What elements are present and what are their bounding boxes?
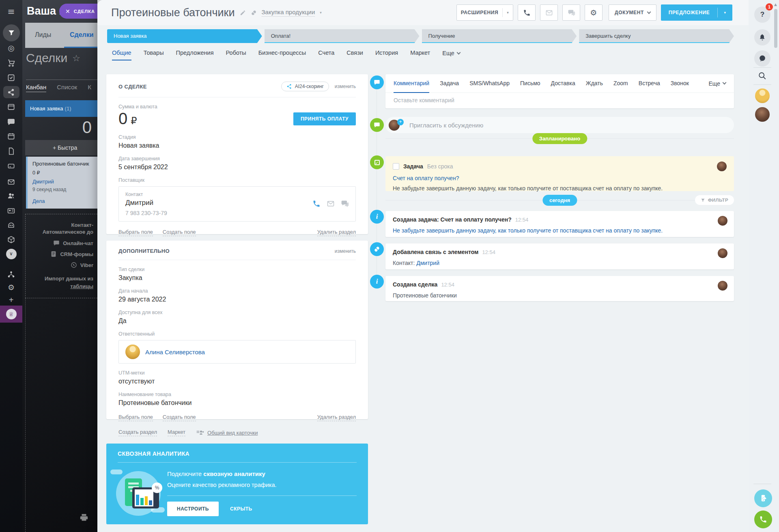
start-date-value[interactable]: 29 августа 2022: [118, 296, 356, 303]
market-cube-icon[interactable]: [0, 234, 22, 245]
task-checkbox[interactable]: [393, 163, 399, 170]
dropdown-triangle-icon[interactable]: ▾: [718, 11, 732, 15]
deal-type-value[interactable]: Закупка: [118, 274, 356, 282]
tab-products[interactable]: Товары: [144, 50, 164, 60]
create-section-link[interactable]: Создать раздел: [118, 429, 157, 436]
tab-business-processes[interactable]: Бизнес-процессы: [258, 50, 306, 60]
task-title-link[interactable]: Счет на оплату получен?: [393, 175, 727, 181]
people-icon[interactable]: [0, 190, 22, 201]
import-from-spreadsheet-link[interactable]: Импорт данных из таблицы: [30, 275, 93, 290]
edit-pencil-icon[interactable]: [240, 10, 246, 16]
stage-value[interactable]: Новая заявка: [118, 142, 356, 149]
select-field-link[interactable]: Выбрать поле: [118, 414, 153, 421]
view-other[interactable]: К: [88, 84, 91, 92]
tab-general[interactable]: Общие: [112, 50, 131, 60]
tl-tab-email[interactable]: Письмо: [520, 74, 540, 93]
extensions-button[interactable]: РАСШИРЕНИЯ ▾: [456, 4, 513, 21]
quick-add-deal-button[interactable]: + Быстра: [25, 140, 97, 155]
robot-crm-forms[interactable]: CRM-формы: [30, 251, 93, 257]
messenger-button[interactable]: [754, 50, 770, 67]
printer-icon[interactable]: [80, 513, 88, 522]
stage-payment[interactable]: Оплата!: [265, 29, 420, 43]
timeline-event-link-added[interactable]: Добавлена связь с элементом 12:54 Контак…: [385, 243, 734, 269]
stage-close-deal[interactable]: Завершить сделку: [579, 29, 734, 43]
delete-section-link[interactable]: Удалить раздел: [317, 414, 356, 421]
tl-tab-task[interactable]: Задача: [440, 74, 459, 93]
tl-tab-wait[interactable]: Ждать: [586, 74, 603, 93]
scrollbar[interactable]: ▲: [773, 0, 779, 532]
card-activities-link[interactable]: Дела: [32, 198, 93, 204]
tl-tab-sms[interactable]: SMS/WhatsApp: [469, 74, 510, 93]
add-plus-icon[interactable]: +: [0, 295, 22, 305]
tab-invoices[interactable]: Счета: [318, 50, 334, 60]
deal-amount[interactable]: 0₽: [118, 110, 137, 128]
select-field-link[interactable]: Выбрать поле: [118, 229, 153, 236]
tab-quotes[interactable]: Предложения: [176, 50, 214, 60]
call-button[interactable]: [754, 510, 772, 528]
edit-section-link[interactable]: изменить: [335, 248, 356, 254]
tasks-icon[interactable]: [0, 72, 22, 83]
kanban-column-header[interactable]: Новая заявка(1): [25, 100, 97, 117]
timeline-event-task-created[interactable]: Создана задача: Счет на оплату получен? …: [385, 211, 734, 237]
crm-crown-icon[interactable]: ♕: [0, 306, 22, 323]
tl-tab-comment[interactable]: Комментарий: [394, 74, 429, 93]
telephony-button[interactable]: [754, 489, 772, 507]
invite-to-discussion[interactable]: + Пригласить к обсуждению: [385, 117, 734, 133]
tab-robots[interactable]: Роботы: [226, 50, 246, 60]
funnel-icon[interactable]: [3, 24, 20, 41]
tab-links[interactable]: Связи: [346, 50, 363, 60]
event-body-link[interactable]: Не забудьте завершить данную задачу, как…: [393, 227, 727, 234]
scrollbar-thumb[interactable]: [774, 9, 777, 48]
chat-icon[interactable]: [341, 200, 349, 208]
kanban-deal-card[interactable]: Протеиновые батончик 0 ₽ Дмитрий 9 секун…: [26, 157, 97, 209]
drive-icon[interactable]: [0, 160, 22, 171]
documents-icon[interactable]: [0, 146, 22, 156]
market-link[interactable]: Маркет: [168, 429, 185, 436]
call-button[interactable]: [518, 4, 536, 21]
phone-icon[interactable]: [312, 200, 321, 208]
comment-input[interactable]: [385, 93, 734, 108]
chevron-down-icon[interactable]: ▾: [320, 11, 322, 15]
create-field-link[interactable]: Создать поле: [163, 229, 196, 236]
sites-icon[interactable]: [0, 101, 22, 112]
delete-section-link[interactable]: Удалить раздел: [317, 229, 356, 236]
messenger-button[interactable]: [562, 4, 580, 21]
tl-tab-meeting[interactable]: Встреча: [639, 74, 660, 93]
copy-link-icon[interactable]: [251, 10, 257, 16]
create-field-link[interactable]: Создать поле: [163, 414, 196, 421]
event-contact-link[interactable]: Дмитрий: [416, 260, 439, 266]
notifications-button[interactable]: [754, 29, 770, 45]
avatar[interactable]: [755, 88, 770, 103]
responsible-name-link[interactable]: Алина Селиверстова: [145, 349, 205, 355]
product-name-value[interactable]: Протеиновые батончики: [118, 399, 356, 407]
accept-payment-button[interactable]: ПРИНЯТЬ ОПЛАТУ: [293, 112, 356, 125]
tl-tab-zoom[interactable]: Zoom: [613, 74, 628, 93]
stage-receiving[interactable]: Получение: [422, 29, 577, 43]
menu-hamburger-icon[interactable]: ≡: [0, 6, 22, 17]
promo-hide-button[interactable]: СКРЫТЬ: [230, 506, 252, 512]
email-button[interactable]: [540, 4, 558, 21]
robot-viber[interactable]: Viber: [30, 262, 93, 268]
tab-market[interactable]: Маркет: [410, 50, 430, 60]
timeline-event-deal-created[interactable]: Создана сделка 12:54 Протеиновые батончи…: [385, 276, 734, 301]
slider-close-badge[interactable]: ✕ СДЕЛКА: [59, 4, 97, 19]
scroll-up-arrow[interactable]: ▲: [774, 2, 777, 6]
calendar-icon[interactable]: [0, 131, 22, 141]
tl-tab-delivery[interactable]: Доставка: [551, 74, 575, 93]
mail-icon[interactable]: [0, 177, 22, 187]
card-contact-link[interactable]: Дмитрий: [32, 179, 93, 185]
add-plus-icon[interactable]: +: [397, 119, 404, 125]
contact-card-icon[interactable]: [0, 205, 22, 216]
settings-gear-icon[interactable]: ⚙: [0, 282, 22, 293]
stage-new-request[interactable]: Новая заявка: [107, 29, 262, 43]
share-network-icon[interactable]: [0, 87, 22, 97]
robot-online-chat[interactable]: Онлайн-чат: [30, 240, 93, 246]
tab-history[interactable]: История: [375, 50, 398, 60]
search-button[interactable]: [758, 71, 767, 80]
tab-leads[interactable]: Лиды: [35, 31, 51, 39]
settings-button[interactable]: ⚙: [585, 4, 603, 21]
cart-icon[interactable]: [0, 58, 22, 68]
ai-scoring-button[interactable]: AI24-скоринг: [281, 82, 329, 91]
avatar[interactable]: [755, 107, 770, 122]
contact-phone[interactable]: 7 983 230-73-79: [125, 210, 349, 216]
